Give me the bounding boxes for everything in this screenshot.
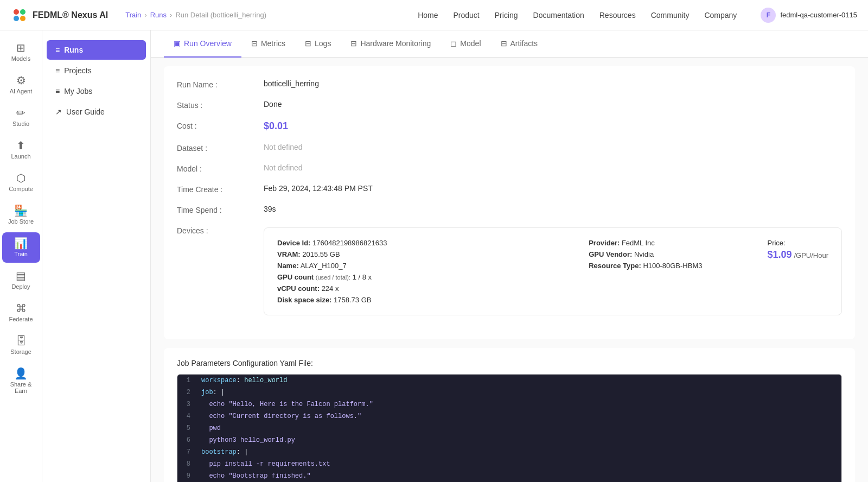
sidebar-item-compute[interactable]: ⬡ Compute [2, 167, 40, 198]
nav-home[interactable]: Home [418, 11, 438, 20]
nav-community[interactable]: Community [651, 11, 690, 20]
device-info-col: Device Id: 1760482198986821633 VRAM: 201… [277, 239, 387, 304]
sidebar-item-share-earn[interactable]: 👤 Share & Earn [2, 363, 40, 399]
svg-point-3 [20, 16, 25, 21]
tab-artifacts[interactable]: ⊟ Artifacts [491, 30, 548, 58]
yaml-line: 7 bootstrap: | [177, 446, 841, 458]
breadcrumb-train[interactable]: Train [125, 11, 141, 19]
sidebar-item-models[interactable]: ⊞ Models [2, 37, 40, 67]
resource-type-value: H100-80GB-HBM3 [643, 262, 702, 270]
sidebar-item-launch[interactable]: ⬆ Launch [2, 135, 40, 165]
left-panel-user-guide-label: User Guide [66, 107, 105, 116]
name-label: Name: [277, 262, 299, 270]
user-avatar: F [761, 8, 776, 23]
vram-label: VRAM: [277, 250, 301, 258]
nav-documentation[interactable]: Documentation [533, 11, 584, 20]
nav-resources[interactable]: Resources [599, 11, 636, 20]
run-name-value: botticelli_herring [264, 79, 842, 88]
price-col: Price: $1.09 /GPU/Hour [767, 239, 828, 261]
resource-type-label: Resource Type: [589, 262, 641, 270]
svg-point-1 [20, 9, 25, 15]
svg-point-2 [14, 16, 19, 21]
compute-icon: ⬡ [16, 173, 25, 183]
sidebar-label-storage: Storage [10, 348, 31, 355]
tab-metrics[interactable]: ⊟ Metrics [241, 30, 295, 58]
svg-point-0 [14, 9, 19, 15]
nav-company[interactable]: Company [704, 11, 737, 20]
breadcrumb-runs[interactable]: Runs [150, 11, 167, 19]
user-guide-icon: ↗ [55, 107, 62, 116]
content-area: ▣ Run Overview ⊟ Metrics ⊟ Logs ⊟ Hardwa… [151, 30, 868, 482]
gpu-count-row: GPU count (used / total): 1 / 8 x [277, 273, 387, 281]
yaml-line: 5 pwd [177, 422, 841, 434]
sidebar-item-studio[interactable]: ✏ Studio [2, 102, 40, 132]
device-box: Device Id: 1760482198986821633 VRAM: 201… [264, 227, 842, 315]
left-panel-my-jobs-label: My Jobs [64, 87, 92, 96]
job-store-icon: 🏪 [14, 205, 28, 216]
tab-logs[interactable]: ⊟ Logs [295, 30, 341, 58]
sidebar-item-train[interactable]: 📊 Train [2, 232, 40, 263]
provider-row: Provider: FedML Inc [589, 239, 702, 247]
yaml-line: 2 job: | [177, 386, 841, 398]
dataset-label: Dataset : [177, 143, 264, 153]
runs-icon: ≡ [55, 46, 60, 54]
user-name: fedml-qa-customer-0115 [780, 11, 857, 19]
yaml-title: Job Parameters Configuration Yaml File: [177, 359, 842, 367]
train-icon: 📊 [14, 238, 28, 249]
launch-icon: ⬆ [16, 140, 25, 151]
breadcrumb: Train › Runs › Run Detail (botticelli_he… [125, 11, 266, 19]
sidebar-item-deploy[interactable]: ▤ Deploy [2, 265, 40, 295]
yaml-line: 1 workspace: hello_world [177, 375, 841, 386]
federate-icon: ⌘ [16, 303, 27, 314]
cost-label: Cost : [177, 120, 264, 130]
nav-pricing[interactable]: Pricing [495, 11, 518, 20]
resource-type-row: Resource Type: H100-80GB-HBM3 [589, 262, 702, 270]
sidebar-item-federate[interactable]: ⌘ Federate [2, 297, 40, 328]
status-label: Status : [177, 100, 264, 110]
provider-value: FedML Inc [622, 239, 655, 247]
left-panel: ≡ Runs ≡ Projects ≡ My Jobs ↗ User Guide [42, 30, 151, 482]
yaml-line: 4 echo "Current directory is as follows.… [177, 410, 841, 422]
left-panel-user-guide[interactable]: ↗ User Guide [47, 102, 146, 122]
disk-label: Disk space size: [277, 296, 331, 304]
yaml-editor[interactable]: 1 workspace: hello_world 2 job: | 3 echo… [177, 374, 842, 482]
sidebar-item-storage[interactable]: 🗄 Storage [2, 330, 40, 360]
sidebar-label-studio: Studio [12, 120, 29, 127]
left-panel-projects[interactable]: ≡ Projects [47, 61, 146, 80]
tab-model[interactable]: ◻ Model [441, 30, 490, 58]
tab-hardware-monitoring[interactable]: ⊟ Hardware Monitoring [341, 30, 441, 58]
run-detail-section: Run Name : botticelli_herring Status : D… [164, 66, 855, 339]
price-unit: /GPU/Hour [794, 251, 828, 259]
sidebar-item-job-store[interactable]: 🏪 Job Store [2, 200, 40, 230]
top-nav: FEDML® Nexus AI Train › Runs › Run Detai… [0, 0, 868, 30]
sidebar-label-compute: Compute [9, 186, 33, 192]
run-name-row: Run Name : botticelli_herring [177, 79, 842, 89]
yaml-line: 6 python3 hello_world.py [177, 434, 841, 446]
left-panel-runs[interactable]: ≡ Runs [47, 40, 146, 60]
run-overview-icon: ▣ [174, 39, 181, 48]
tab-run-overview[interactable]: ▣ Run Overview [164, 30, 241, 58]
yaml-line: 9 echo "Bootstrap finished." [177, 470, 841, 482]
user-badge[interactable]: F fedml-qa-customer-0115 [761, 8, 857, 23]
logo: FEDML® Nexus AI [11, 7, 108, 24]
nav-product[interactable]: Product [454, 11, 480, 20]
metrics-icon: ⊟ [251, 39, 258, 48]
time-spend-value: 39s [264, 205, 842, 213]
tab-metrics-label: Metrics [261, 39, 285, 48]
deploy-icon: ▤ [16, 270, 26, 281]
model-row: Model : Not defined [177, 163, 842, 173]
sidebar-item-ai-agent[interactable]: ⚙ AI Agent [2, 69, 40, 100]
status-row: Status : Done [177, 100, 842, 110]
main-layout: ⊞ Models ⚙ AI Agent ✏ Studio ⬆ Launch ⬡ … [0, 30, 868, 482]
my-jobs-icon: ≡ [55, 87, 60, 96]
left-panel-my-jobs[interactable]: ≡ My Jobs [47, 81, 146, 101]
devices-value: Device Id: 1760482198986821633 VRAM: 201… [264, 225, 842, 315]
yaml-line: 3 echo "Hello, Here is the Falcon platfo… [177, 398, 841, 410]
storage-icon: 🗄 [16, 335, 27, 346]
logo-text: FEDML® Nexus AI [33, 10, 108, 20]
dataset-value: Not defined [264, 143, 842, 151]
tab-artifacts-label: Artifacts [510, 39, 538, 48]
device-id-value: 1760482198986821633 [312, 239, 387, 247]
model-label: Model : [177, 163, 264, 173]
disk-value: 1758.73 GB [334, 296, 371, 304]
